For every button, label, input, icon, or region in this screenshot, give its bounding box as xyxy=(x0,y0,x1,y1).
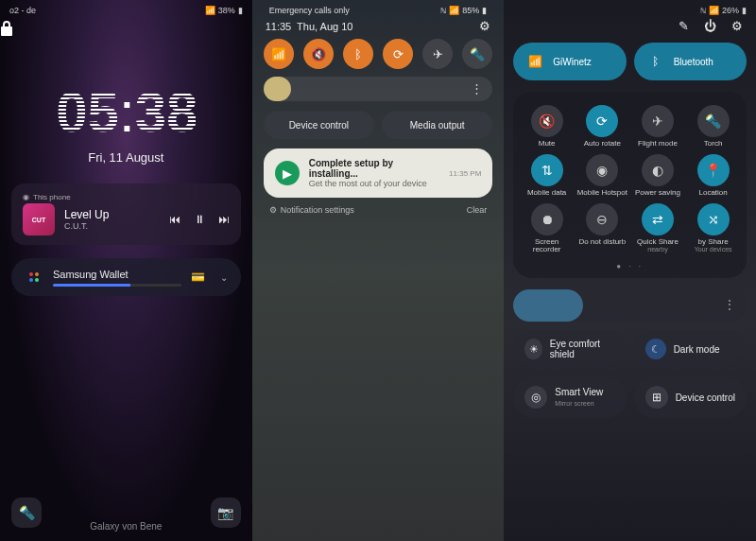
quick-settings-panel: ℕ 📶 26% ▮ ✎ ⏻ ⚙ 📶 GiWinetz ᛒ Bluetooth 🔇… xyxy=(504,0,756,541)
camera-shortcut[interactable]: 📷 xyxy=(211,497,241,528)
eye-comfort-label: Eye comfort shield xyxy=(550,339,615,359)
signal-icon: 📶 xyxy=(709,6,719,15)
wallet-widget[interactable]: Samsung Wallet 💳 ⌄ xyxy=(11,258,241,296)
cast-icon: ◉ xyxy=(23,193,29,201)
play-store-icon: ▶ xyxy=(275,161,300,185)
shade-header: 11:35 Thu, Aug 10 ⚙ xyxy=(260,17,497,39)
tile-label: Power saving xyxy=(635,189,680,198)
page-indicator: ● · · xyxy=(521,262,739,270)
tile-label: by ShareYour devices xyxy=(695,238,732,255)
clear-notifications-button[interactable]: Clear xyxy=(467,205,488,215)
device-control-label: Device control xyxy=(676,393,735,403)
clock-date: Fri, 11 August xyxy=(0,150,252,165)
tile-mobile-data[interactable]: ⇅Mobile data xyxy=(521,154,573,198)
tile-location[interactable]: 📍Location xyxy=(687,154,739,198)
brightness-slider[interactable]: ⋮ xyxy=(513,289,747,322)
qs-bluetooth-toggle[interactable]: ᛒ xyxy=(343,39,373,69)
smart-view-icon: ◎ xyxy=(524,386,547,409)
notification-shade-panel: Emergency calls only ℕ 📶 85% ▮ 11:35 Thu… xyxy=(252,0,505,541)
prev-track-button[interactable]: ⏮ xyxy=(169,213,180,226)
power-button[interactable]: ⏻ xyxy=(704,19,716,33)
power-saving-icon: ◐ xyxy=(642,154,674,186)
tile-label: Quick Sharenearby xyxy=(637,238,679,255)
tile-screen-recorder[interactable]: ⏺Screen recorder xyxy=(521,203,573,255)
qs-rotate-toggle[interactable]: ⟳ xyxy=(383,39,413,69)
notif-subtitle: Get the most out of your device xyxy=(309,179,439,188)
media-output-chip[interactable]: Media output xyxy=(382,111,492,139)
qs-wifi-toggle[interactable]: 📶 xyxy=(264,39,294,69)
tile-label: Location xyxy=(699,189,728,198)
dark-mode-label: Dark mode xyxy=(674,344,720,355)
tile-auto-rotate[interactable]: ⟳Auto rotate xyxy=(576,105,628,148)
next-track-button[interactable]: ⏭ xyxy=(218,213,230,226)
tile-by-share[interactable]: ⤭by ShareYour devices xyxy=(687,203,739,255)
clock-h1: 0 xyxy=(56,79,85,145)
media-widget[interactable]: ◉ This phone CUT Level Up C.U.T. ⏮ ⏸ ⏭ xyxy=(11,183,241,245)
status-bar: Emergency calls only ℕ 📶 85% ▮ xyxy=(260,0,497,17)
chevron-down-icon[interactable]: ⌄ xyxy=(220,272,228,283)
tile-flight-mode[interactable]: ✈Flight mode xyxy=(632,105,684,148)
eye-comfort-toggle[interactable]: ☀ Eye comfort shield xyxy=(513,331,626,367)
tile-do-not-disturb[interactable]: ⊖Do not disturb xyxy=(576,203,628,255)
album-art: CUT xyxy=(23,203,55,236)
wifi-label: GiWinetz xyxy=(553,57,592,67)
clock-m2: 8 xyxy=(166,79,196,145)
mute-icon: 🔇 xyxy=(531,105,563,137)
media-title: Level Up xyxy=(64,208,160,221)
settings-button[interactable]: ⚙ xyxy=(479,19,490,33)
location-icon: 📍 xyxy=(697,154,730,186)
qs-torch-toggle[interactable]: 🔦 xyxy=(462,39,492,69)
tile-label: Flight mode xyxy=(638,140,678,148)
tile-label: Do not disturb xyxy=(578,238,626,247)
flashlight-shortcut[interactable]: 🔦 xyxy=(11,497,42,528)
signal-icon: 📶 xyxy=(205,6,215,15)
clock-time: 0 5 : 3 8 xyxy=(0,79,252,145)
shade-date: Thu, Aug 10 xyxy=(297,21,352,32)
device-control-button[interactable]: ⊞ Device control xyxy=(634,376,747,418)
wallet-label: Samsung Wallet xyxy=(53,269,129,280)
brightness-more-button[interactable]: ⋮ xyxy=(724,298,735,311)
setup-notification[interactable]: ▶ Complete setup by installing... Get th… xyxy=(264,148,493,198)
auto-rotate-icon: ⟳ xyxy=(586,105,618,137)
nfc-icon: ℕ xyxy=(440,7,446,15)
tile-mute[interactable]: 🔇Mute xyxy=(521,105,573,148)
smart-view-sub: Mirror screen xyxy=(555,400,593,407)
wifi-icon: 📶 xyxy=(524,51,545,72)
by-share-icon: ⤭ xyxy=(697,203,730,236)
screen-recorder-icon: ⏺ xyxy=(531,203,563,236)
settings-button[interactable]: ⚙ xyxy=(731,19,743,33)
tile-torch[interactable]: 🔦Torch xyxy=(687,105,739,148)
notif-title: Complete setup by installing... xyxy=(309,158,439,179)
bluetooth-icon: ᛒ xyxy=(645,51,666,72)
qs-sound-toggle[interactable]: 🔇 xyxy=(303,39,334,69)
notification-settings-link[interactable]: ⚙Notification settings xyxy=(269,205,354,215)
lock-icon xyxy=(0,21,252,36)
battery-label: 38% xyxy=(218,6,235,15)
status-bar: ℕ 📶 26% ▮ xyxy=(504,0,756,17)
clock-colon: : xyxy=(119,79,133,145)
battery-icon: ▮ xyxy=(238,6,243,15)
brightness-more-button[interactable]: ⋮ xyxy=(471,81,483,96)
clock: 0 5 : 3 8 Fri, 11 August xyxy=(0,79,252,165)
lockscreen-panel: o2 - de 📶 38% ▮ 0 5 : 3 8 Fri, 11 August… xyxy=(0,0,252,541)
tile-mobile-hotspot[interactable]: ◉Mobile Hotspot xyxy=(576,154,628,198)
device-control-icon: ⊞ xyxy=(645,386,668,409)
bluetooth-pill[interactable]: ᛒ Bluetooth xyxy=(634,43,747,80)
device-control-chip[interactable]: Device control xyxy=(264,111,374,139)
tile-quick-share[interactable]: ⇄Quick Sharenearby xyxy=(632,203,684,255)
do-not-disturb-icon: ⊖ xyxy=(586,203,618,236)
media-device-row: ◉ This phone xyxy=(23,193,230,201)
brightness-slider[interactable]: ⋮ xyxy=(264,77,493,101)
dark-mode-toggle[interactable]: ☾ Dark mode xyxy=(634,331,747,367)
dark-mode-icon: ☾ xyxy=(645,339,666,359)
clock-m1: 3 xyxy=(135,79,164,145)
pause-button[interactable]: ⏸ xyxy=(194,213,205,226)
smart-view-button[interactable]: ◎ Smart ViewMirror screen xyxy=(513,376,626,418)
tile-label: Mobile data xyxy=(527,189,566,198)
qs-airplane-toggle[interactable]: ✈ xyxy=(422,39,453,69)
bluetooth-label: Bluetooth xyxy=(674,57,713,67)
wifi-pill[interactable]: 📶 GiWinetz xyxy=(513,43,626,80)
status-right: 📶 38% ▮ xyxy=(205,6,243,15)
edit-button[interactable]: ✎ xyxy=(679,19,689,33)
tile-power-saving[interactable]: ◐Power saving xyxy=(632,154,684,198)
